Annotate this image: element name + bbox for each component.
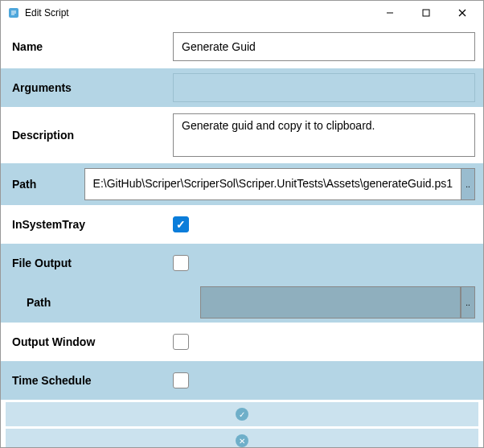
description-input[interactable] (173, 113, 475, 157)
close-button[interactable] (444, 2, 480, 24)
arguments-row: Arguments (1, 68, 483, 107)
maximize-button[interactable] (408, 2, 444, 24)
systray-checkbox[interactable] (173, 216, 189, 232)
titlebar: Edit Script (1, 1, 483, 25)
fileoutput-row: File Output (1, 244, 483, 282)
fileoutput-checkbox[interactable] (173, 255, 189, 271)
path-input[interactable]: E:\GitHub\Scriper\ScriperSol\Scriper.Uni… (84, 168, 461, 200)
path-row: Path E:\GitHub\Scriper\ScriperSol\Scripe… (1, 163, 483, 205)
systray-label: InSystemTray (1, 205, 173, 244)
cancel-button[interactable]: ✕ (6, 429, 478, 447)
description-label: Description (1, 107, 173, 163)
minimize-button[interactable] (371, 2, 408, 24)
timeschedule-label: Time Schedule (1, 361, 173, 400)
cross-icon: ✕ (236, 434, 248, 447)
outputwindow-row: Output Window (1, 323, 483, 361)
titlebar-buttons (371, 2, 480, 24)
name-row: Name (1, 25, 483, 68)
outputwindow-checkbox[interactable] (173, 334, 189, 350)
fileoutput-path-input (200, 286, 461, 319)
arguments-label: Arguments (1, 68, 173, 107)
window-title: Edit Script (25, 7, 371, 18)
svg-rect-2 (423, 10, 429, 16)
browse-path-button[interactable]: .. (461, 168, 475, 200)
name-input[interactable] (173, 32, 475, 61)
outputwindow-label: Output Window (1, 323, 173, 361)
systray-row: InSystemTray (1, 205, 483, 244)
fileoutput-label: File Output (1, 244, 173, 282)
arguments-input[interactable] (173, 73, 475, 102)
description-row: Description (1, 107, 483, 163)
timeschedule-checkbox[interactable] (173, 372, 189, 388)
check-icon: ✓ (236, 408, 248, 421)
fileoutput-path-label: Path (1, 282, 173, 323)
form-content: Name Arguments Description Path E:\GitHu… (1, 25, 483, 447)
ok-button[interactable]: ✓ (6, 402, 478, 426)
path-label: Path (1, 163, 84, 205)
name-label: Name (1, 25, 173, 68)
app-icon (7, 6, 20, 19)
browse-fileoutput-button[interactable]: .. (461, 286, 475, 319)
timeschedule-row: Time Schedule (1, 361, 483, 400)
fileoutput-path-row: Path .. (1, 282, 483, 323)
